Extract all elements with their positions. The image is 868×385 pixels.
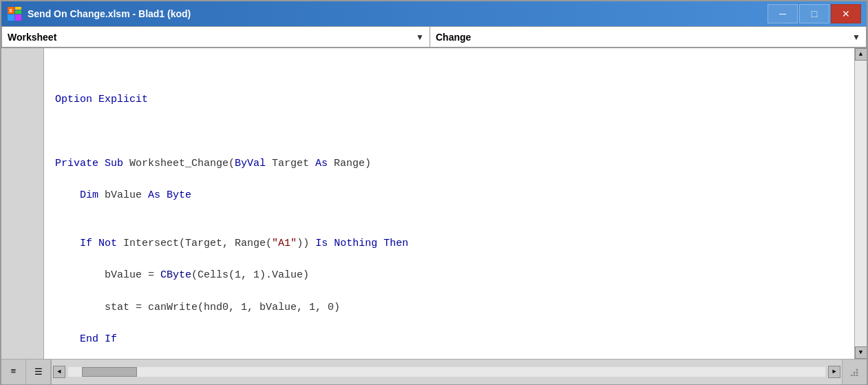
close-button[interactable]: ✕ [831,4,861,23]
worksheet-dropdown[interactable]: Worksheet ▼ [1,26,430,48]
window-title: Send On Change.xlsm - Blad1 (kod) [28,8,768,19]
excel-icon: X [7,6,22,21]
svg-point-9 [856,374,858,376]
svg-point-8 [853,371,855,373]
dropdown-bar: Worksheet ▼ Change ▼ [1,26,867,48]
worksheet-dropdown-arrow: ▼ [416,32,424,42]
event-dropdown[interactable]: Change ▼ [430,26,867,48]
svg-rect-3 [8,14,14,21]
code-pre: Option Explicit Private Sub Worksheet_Ch… [52,86,846,360]
code-editor[interactable]: Option Explicit Private Sub Worksheet_Ch… [44,48,854,359]
event-dropdown-arrow: ▼ [852,32,860,42]
line-number-gutter [1,48,44,359]
scroll-down-button[interactable]: ▼ [855,346,867,359]
vba-editor-window: X Send On Change.xlsm - Blad1 (kod) ─ □ … [0,0,868,385]
scroll-left-button[interactable]: ◄ [53,366,65,378]
window-controls: ─ □ ✕ [768,4,861,23]
scroll-right-icon: ► [832,368,836,375]
minimize-button[interactable]: ─ [768,4,798,23]
svg-point-11 [851,374,853,376]
bottom-left-buttons: ≡ ☰ [1,360,52,384]
scroll-up-icon: ▲ [859,51,862,58]
bottom-bar: ≡ ☰ ◄ ► [1,359,867,384]
svg-text:X: X [9,8,12,14]
title-bar: X Send On Change.xlsm - Blad1 (kod) ─ □ … [1,1,867,26]
scroll-right-button[interactable]: ► [828,366,840,378]
svg-point-10 [853,374,855,376]
vertical-scroll-track[interactable] [855,61,867,346]
view-btn-1[interactable]: ≡ [1,360,26,384]
scroll-up-button[interactable]: ▲ [855,48,867,61]
svg-rect-2 [15,10,21,14]
resize-grip [842,360,867,384]
scroll-down-icon: ▼ [859,349,862,356]
main-area: Option Explicit Private Sub Worksheet_Ch… [1,48,867,359]
svg-rect-4 [15,14,21,21]
svg-rect-1 [15,7,21,10]
scroll-left-icon: ◄ [57,368,61,375]
event-dropdown-label: Change [436,32,471,43]
view-icon-1: ≡ [11,366,17,377]
vertical-scrollbar[interactable]: ▲ ▼ [854,48,867,359]
worksheet-dropdown-label: Worksheet [8,32,56,43]
horizontal-scroll-thumb[interactable] [82,367,137,377]
horizontal-scrollbar[interactable]: ◄ ► [52,360,842,384]
horizontal-scroll-track[interactable] [68,367,825,377]
svg-point-6 [856,368,858,371]
svg-point-7 [856,371,858,373]
view-icon-2: ☰ [34,366,43,377]
code-container: Option Explicit Private Sub Worksheet_Ch… [44,48,867,359]
restore-button[interactable]: □ [799,4,829,23]
view-btn-2[interactable]: ☰ [26,360,51,384]
